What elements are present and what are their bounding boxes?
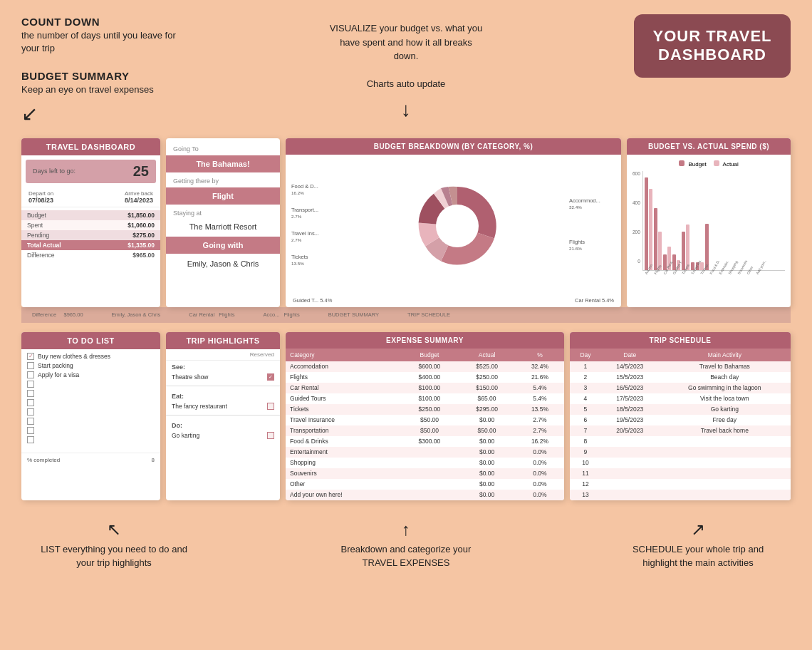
schedule-activity	[659, 490, 791, 500]
expense-budget	[401, 468, 459, 479]
bottom-left-text: LIST everything you need to do and your …	[41, 544, 187, 569]
expense-actual: $0.00	[458, 436, 516, 447]
depart-section: Depart on 07/08/23	[28, 190, 53, 204]
schedule-table-body: 1 14/5/2023 Travel to Bahamas 2 15/5/202…	[570, 361, 791, 500]
arrow-up-right: ↗	[620, 517, 776, 542]
todo-checkbox-6[interactable]	[27, 408, 34, 416]
todo-checkbox-2[interactable]	[27, 371, 34, 378]
strip-difference: Difference $965.00	[32, 311, 83, 318]
col-actual: Actual	[458, 349, 516, 361]
schedule-date: 20/5/2023	[601, 425, 659, 436]
overlap-strip: Difference $965.00 Emily, Jason & Chris …	[21, 307, 791, 323]
transport-value: Flight	[166, 187, 280, 205]
staying-at-label: Staying at	[166, 206, 280, 218]
todo-footer-label: % completed	[27, 457, 60, 463]
expense-budget: $600.00	[401, 361, 459, 372]
todo-checkbox-8[interactable]	[27, 427, 34, 434]
highlights-header: TRIP HIGHLIGHTS	[166, 332, 280, 349]
highlight-text: The fancy restaurant	[172, 403, 227, 410]
highlight-section-label-2: Do:	[166, 419, 280, 430]
expense-header: EXPENSE SUMMARY	[286, 332, 564, 349]
bar-group	[645, 177, 652, 270]
expense-row-6: Transportation $50.00 $50.00 2.7%	[286, 425, 564, 436]
donut-chart-container: Food & D...16.2% Transport...2.7% Travel…	[286, 155, 621, 297]
col-pct: %	[516, 349, 564, 361]
schedule-day: 5	[570, 404, 601, 415]
budget-row: Spent$1,060.00	[21, 220, 160, 230]
todo-checkbox-3[interactable]	[27, 381, 34, 388]
highlight-section-label-1: Eat:	[166, 390, 280, 401]
schedule-day: 8	[570, 436, 601, 447]
todo-items-container: ✓Buy new clothes & dressesStart packingA…	[21, 349, 160, 449]
budget-row: Difference$965.00	[21, 250, 160, 260]
expense-row-2: Car Rental $100.00 $150.00 5.4%	[286, 383, 564, 393]
todo-checkbox-7[interactable]	[27, 418, 34, 425]
todo-item-9	[27, 436, 155, 443]
budget-breakdown-card: BUDGET BREAKDOWN (BY CATEGORY, %) Food &…	[286, 138, 621, 307]
col-budget: Budget	[401, 349, 459, 361]
bars-wrapper: Accom.FlightsCar Rent.Guided T.TicketsTr…	[642, 171, 785, 277]
schedule-row-4: 5 18/5/2023 Go karting	[570, 404, 791, 415]
legend-actual: Actual	[714, 160, 739, 167]
budget-summary-desc: Keep an eye on travel expenses	[21, 83, 178, 96]
budget-label: Total Actual	[21, 240, 97, 250]
expense-row-9: Shopping $0.00 0.0%	[286, 458, 564, 468]
bottom-center-annotation: ↑ Breakdown and categorize your TRAVEL E…	[328, 517, 484, 570]
label-accommodation: Accommod...32.4%	[569, 197, 615, 210]
strip-car-rental: Car Rental Flights	[189, 311, 234, 318]
schedule-day: 12	[570, 479, 601, 490]
schedule-date	[601, 479, 659, 490]
highlight-section-label-0: See:	[166, 361, 280, 372]
bottom-right-annotation: ↗ SCHEDULE your whole trip and highlight…	[620, 517, 776, 570]
schedule-row-11: 12	[570, 479, 791, 490]
schedule-date: 16/5/2023	[601, 383, 659, 393]
highlight-text: Go karting	[172, 432, 199, 439]
expense-row-10: Souvenirs $0.00 0.0%	[286, 468, 564, 479]
expense-summary-card: EXPENSE SUMMARY Category Budget Actual %…	[286, 332, 564, 500]
reserved-label: Reserved	[250, 351, 274, 358]
days-row: Days left to go: 25	[26, 160, 156, 183]
todo-checkbox-5[interactable]	[27, 399, 34, 406]
expense-category: Entertainment	[286, 447, 401, 458]
highlight-checkbox[interactable]	[267, 403, 274, 410]
days-label: Days left to go:	[33, 167, 76, 175]
expense-table-head: Category Budget Actual %	[286, 349, 564, 361]
donut-right-labels: Accommod...32.4% Flights21.6%	[566, 197, 615, 254]
main-cards-row: TRAVEL DASHBOARD Days left to go: 25 Dep…	[0, 138, 812, 307]
expense-category: Food & Drinks	[286, 436, 401, 447]
expense-row-8: Entertainment $0.00 0.0%	[286, 447, 564, 458]
highlight-checkbox[interactable]	[267, 432, 274, 439]
section-divider-0	[166, 386, 280, 386]
bottom-center-text: Breakdown and categorize your TRAVEL EXP…	[341, 544, 472, 569]
highlight-checkbox[interactable]: ✓	[267, 373, 274, 381]
expense-category: Car Rental	[286, 383, 401, 393]
todo-checkbox-0[interactable]: ✓	[27, 353, 34, 360]
arrow-up-center: ↑	[328, 517, 484, 542]
donut-hole	[436, 205, 479, 247]
budget-value: $275.00	[97, 230, 160, 240]
schedule-activity	[659, 458, 791, 468]
y-axis-labels: 600 400 200 0	[633, 171, 642, 264]
schedule-row-3: 4 17/5/2023 Visit the loca town	[570, 393, 791, 404]
todo-checkbox-9[interactable]	[27, 436, 34, 443]
schedule-date	[601, 468, 659, 479]
schedule-day: 6	[570, 415, 601, 425]
todo-item-1: Start packing	[27, 362, 155, 369]
todo-checkbox-4[interactable]	[27, 390, 34, 397]
schedule-activity: Visit the loca town	[659, 393, 791, 404]
todo-checkbox-1[interactable]	[27, 362, 34, 369]
hotel-value: The Marriott Resort	[166, 218, 280, 235]
arrow-down-left: ↙	[21, 100, 178, 128]
schedule-header-row: Day Date Main Activity	[570, 349, 791, 361]
schedule-day: 7	[570, 425, 601, 436]
todo-header: TO DO LIST	[21, 332, 160, 349]
destination-value: The Bahamas!	[166, 155, 280, 172]
todo-footer-value: 8	[152, 457, 155, 463]
budget-summary-table: Budget$1,850.00Spent$1,060.00Pending$275…	[21, 210, 160, 260]
budget-value: $1,850.00	[97, 210, 160, 220]
col-day: Day	[570, 349, 601, 361]
bar-budget-1	[654, 208, 657, 270]
expense-row-4: Tickets $250.00 $295.00 13.5%	[286, 404, 564, 415]
center-annotation: VISUALIZE your budget vs. what you have …	[328, 21, 484, 125]
schedule-day: 4	[570, 393, 601, 404]
